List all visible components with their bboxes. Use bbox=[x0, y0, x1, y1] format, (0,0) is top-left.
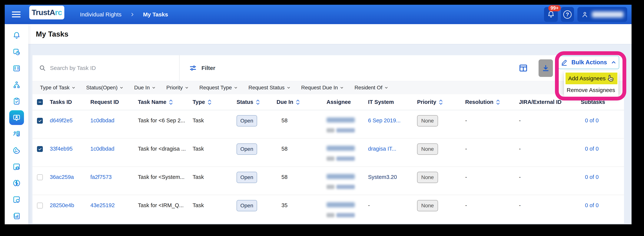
help-button[interactable]: ? bbox=[561, 7, 574, 22]
sidebar-cookie-icon[interactable] bbox=[9, 143, 24, 158]
manage-columns-button[interactable] bbox=[517, 62, 529, 74]
row-checkbox[interactable] bbox=[37, 146, 43, 152]
request-id-link[interactable]: 1c0dbdad bbox=[90, 146, 114, 152]
it-system-link[interactable]: System3.20 bbox=[368, 174, 397, 180]
column-header-due-in[interactable]: Due In bbox=[276, 99, 326, 105]
download-icon bbox=[542, 64, 550, 73]
filter-button[interactable]: Filter bbox=[179, 55, 624, 81]
status-badge: Open bbox=[236, 172, 257, 183]
trustarc-logo[interactable]: TrustArc bbox=[29, 6, 64, 19]
column-header-jira-external-id[interactable]: JIRA/External ID bbox=[519, 99, 581, 105]
user-icon bbox=[581, 10, 588, 19]
title-bar: My Tasks bbox=[28, 24, 632, 44]
tasks-card: Filter Bulk Actions Type of Task Status(… bbox=[32, 55, 624, 223]
sidebar-org-chart-icon[interactable] bbox=[9, 77, 24, 92]
filter-label: Filter bbox=[202, 65, 215, 71]
sidebar-person-document-icon[interactable] bbox=[9, 127, 24, 141]
download-button[interactable] bbox=[538, 59, 553, 77]
app-window: TrustArc Individual Rights My Tasks 99+ … bbox=[5, 5, 632, 224]
task-id-link[interactable]: d649f2e5 bbox=[50, 117, 72, 123]
column-header-status[interactable]: Status bbox=[236, 99, 276, 105]
task-id-link[interactable]: 28250e4b bbox=[50, 202, 74, 208]
sidebar-alert-square-icon[interactable] bbox=[9, 192, 24, 207]
sort-icon[interactable] bbox=[256, 99, 260, 105]
column-header-type[interactable]: Type bbox=[192, 99, 236, 105]
select-all-checkbox[interactable] bbox=[37, 99, 43, 105]
filter-chip-request-type[interactable]: Request Type bbox=[200, 85, 238, 91]
sidebar-book-columns-icon[interactable] bbox=[9, 61, 24, 76]
menu-item-add-assignees[interactable]: Add Assignees bbox=[566, 73, 618, 84]
bulk-actions-button[interactable]: Bulk Actions bbox=[558, 56, 619, 69]
resolution-value: - bbox=[465, 202, 467, 208]
columns-table-icon bbox=[518, 63, 528, 73]
sort-icon[interactable] bbox=[296, 99, 300, 105]
sidebar-pie-report-icon[interactable] bbox=[9, 45, 24, 59]
sidebar-clipboard-check-icon[interactable] bbox=[9, 94, 24, 109]
user-menu-button[interactable] bbox=[578, 7, 627, 22]
priority-badge: None bbox=[417, 172, 438, 183]
column-header-tasks-id[interactable]: Tasks ID bbox=[50, 99, 90, 105]
sort-icon[interactable] bbox=[496, 99, 500, 105]
row-checkbox[interactable] bbox=[37, 203, 43, 209]
chevron-down-icon bbox=[185, 86, 189, 90]
column-header-priority[interactable]: Priority bbox=[417, 99, 465, 105]
breadcrumb-item-individual-rights[interactable]: Individual Rights bbox=[80, 11, 122, 18]
help-icon: ? bbox=[563, 10, 572, 19]
chevron-down-icon bbox=[120, 86, 124, 90]
task-type: Task bbox=[192, 202, 204, 208]
request-id-link[interactable]: fa2f7573 bbox=[90, 174, 112, 180]
sidebar-notebook-chart-icon[interactable] bbox=[9, 209, 24, 223]
bulk-actions-label: Bulk Actions bbox=[572, 59, 607, 66]
cursor-icon bbox=[606, 74, 615, 83]
task-id-link[interactable]: 36ac259a bbox=[50, 174, 74, 180]
subtasks-link[interactable]: 0 of 0 bbox=[585, 202, 599, 208]
assignee-redacted bbox=[326, 202, 368, 217]
sort-icon[interactable] bbox=[207, 99, 212, 105]
task-id-link[interactable]: 33f4eb95 bbox=[50, 146, 72, 152]
subtasks-link[interactable]: 0 of 0 bbox=[585, 146, 599, 152]
page-title: My Tasks bbox=[36, 30, 68, 38]
hamburger-menu-icon[interactable] bbox=[12, 11, 21, 17]
column-header-request-id[interactable]: Request ID bbox=[90, 99, 138, 105]
search-input[interactable] bbox=[50, 65, 167, 71]
column-header-resolution[interactable]: Resolution bbox=[465, 99, 519, 105]
row-checkbox[interactable] bbox=[37, 174, 43, 180]
request-id-link[interactable]: 43e25192 bbox=[90, 202, 115, 208]
notifications-button[interactable]: 99+ bbox=[544, 7, 558, 22]
chevron-down-icon bbox=[152, 86, 156, 90]
menu-item-remove-assignees[interactable]: Remove Assignees bbox=[564, 84, 618, 96]
sidebar-brain-icon[interactable] bbox=[9, 176, 24, 191]
filter-chip-status[interactable]: Status(Open) bbox=[86, 85, 124, 91]
task-name: Task for <IRM_Q... bbox=[138, 202, 184, 208]
row-checkbox[interactable] bbox=[37, 118, 43, 124]
filter-chip-resident-of[interactable]: Resident Of bbox=[354, 85, 388, 91]
due-in-value: 58 bbox=[282, 146, 288, 152]
column-header-assignee[interactable]: Assignee bbox=[326, 99, 368, 105]
sort-icon[interactable] bbox=[438, 99, 443, 105]
sidebar-bell-icon[interactable] bbox=[9, 28, 24, 43]
subtasks-link[interactable]: 0 of 0 bbox=[585, 174, 599, 180]
filter-chip-request-status[interactable]: Request Status bbox=[248, 85, 290, 91]
chevron-down-icon bbox=[234, 86, 238, 90]
filter-chip-due-in[interactable]: Due In bbox=[134, 85, 156, 91]
sidebar-my-tasks-monitor-person-icon[interactable] bbox=[9, 110, 24, 125]
filter-chip-request-due-in[interactable]: Request Due In bbox=[301, 85, 344, 91]
column-header-task-name[interactable]: Task Name bbox=[138, 99, 192, 105]
sort-icon[interactable] bbox=[169, 99, 173, 105]
subtasks-link[interactable]: 0 of 0 bbox=[585, 117, 599, 123]
filter-chip-type-of-task[interactable]: Type of Task bbox=[40, 85, 76, 91]
due-in-value: 58 bbox=[282, 174, 288, 180]
filter-chip-priority[interactable]: Priority bbox=[166, 85, 189, 91]
sidebar-code-square-icon[interactable] bbox=[9, 160, 24, 174]
column-header-it-system[interactable]: IT System bbox=[368, 99, 417, 105]
it-system-link[interactable]: dragisa IT... bbox=[368, 146, 396, 152]
user-name-redacted bbox=[592, 11, 624, 17]
request-id-link[interactable]: 1c0dbdad bbox=[90, 117, 114, 123]
search-area bbox=[32, 55, 179, 81]
column-header-subtasks[interactable]: Subtasks bbox=[581, 99, 624, 105]
status-badge: Open bbox=[236, 200, 257, 211]
breadcrumb-item-my-tasks[interactable]: My Tasks bbox=[143, 11, 168, 18]
table-row: 28250e4b 43e25192 Task for <IRM_Q... Tas… bbox=[32, 195, 624, 223]
it-system-link[interactable]: 6 Sep 2019... bbox=[368, 117, 401, 123]
filter-sliders-icon bbox=[189, 64, 197, 72]
